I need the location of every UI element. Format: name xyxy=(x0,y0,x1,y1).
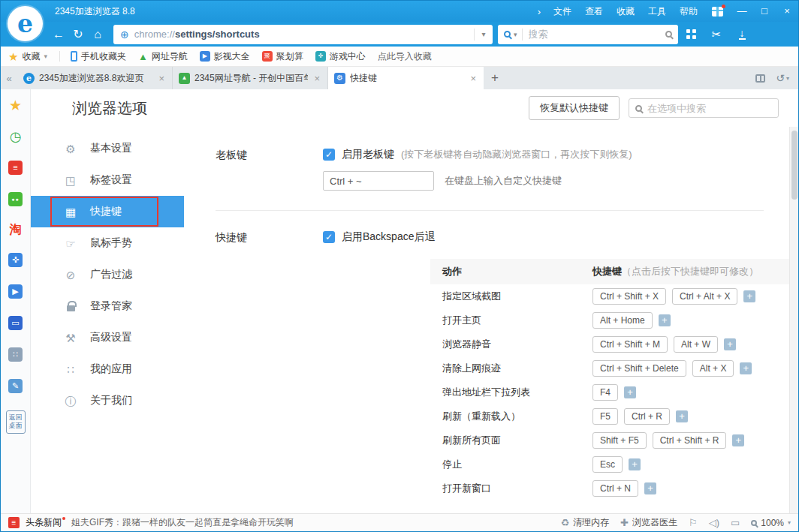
shortcut-key-chip[interactable]: Alt + X xyxy=(692,360,734,377)
boss-key-input[interactable] xyxy=(323,171,434,191)
download-button[interactable]: ↓ xyxy=(729,25,755,44)
calculator-icon[interactable]: ∷ xyxy=(8,347,23,362)
options-search-input[interactable] xyxy=(647,103,772,114)
bookmark-video-hub[interactable]: ▶ 影视大全 xyxy=(200,50,250,63)
shortcut-key-chip[interactable]: Esc xyxy=(592,456,623,473)
news-ticker[interactable]: 姐夫GIF秀：跟猪一样的队友一起简直是拿绳命开玩笑啊 xyxy=(71,516,294,529)
minimize-button[interactable]: — xyxy=(731,1,753,22)
home-button[interactable]: ⌂ xyxy=(88,25,107,44)
apps-grid-button[interactable] xyxy=(678,25,704,44)
reopen-closed-tab-button[interactable]: ↺ ▾ xyxy=(776,72,789,84)
clean-memory-button[interactable]: ♻ 清理内存 xyxy=(560,516,609,529)
computer-icon[interactable]: ▭ xyxy=(8,316,23,330)
zoom-control[interactable]: 100% ▾ xyxy=(751,518,791,528)
backspace-checkbox[interactable]: ✓ xyxy=(323,231,335,243)
menu-tools[interactable]: 工具 xyxy=(641,1,673,22)
screenshot-button[interactable]: ✂ xyxy=(704,25,729,44)
bookmark-site-nav[interactable]: ▲ 网址导航 xyxy=(138,50,188,63)
toutiao-news-icon[interactable]: ≡ xyxy=(8,517,20,528)
bookmark-juhuasuan[interactable]: 聚 聚划算 xyxy=(262,50,303,63)
search-engine-icon[interactable] xyxy=(504,31,511,38)
menu-item-my-apps[interactable]: ∷ 我的应用 xyxy=(31,353,184,385)
add-shortcut-button[interactable]: + xyxy=(724,338,736,350)
toolbar-searchbox[interactable]: ▾ xyxy=(498,25,678,44)
wechat-icon[interactable]: ●● xyxy=(8,192,23,206)
close-tab-icon[interactable]: × xyxy=(157,73,166,84)
menu-expand-icon[interactable]: › xyxy=(532,6,547,17)
search-engine-caret-icon[interactable]: ▾ xyxy=(514,31,517,38)
close-button[interactable]: × xyxy=(776,1,798,22)
tab-nav-site[interactable]: ▲ 2345网址导航 - 开创中国百年... × xyxy=(173,67,328,89)
menu-item-ad-filter[interactable]: ⊘ 广告过滤 xyxy=(31,259,184,290)
menu-view[interactable]: 查看 xyxy=(578,1,610,22)
gift-icon[interactable] xyxy=(712,7,723,17)
address-bar[interactable]: ⊕ chrome:// settings/shortcuts ▾ xyxy=(113,25,493,44)
shortcut-key-chip[interactable]: Ctrl + Shift + X xyxy=(592,288,666,305)
scrollbar[interactable] xyxy=(789,127,798,513)
back-button[interactable]: ← xyxy=(49,25,68,44)
browser-doctor-button[interactable]: ✚ 浏览器医生 xyxy=(620,516,677,529)
menu-item-shortcuts[interactable]: ▦ 快捷键 xyxy=(31,196,184,227)
bookmark-game-center[interactable]: ✜ 游戏中心 xyxy=(315,50,366,63)
refresh-button[interactable]: ↻ xyxy=(68,25,88,44)
add-shortcut-button[interactable]: + xyxy=(740,362,752,374)
boss-key-checkbox[interactable]: ✓ xyxy=(323,149,335,161)
flag-icon[interactable]: ⚐ xyxy=(689,518,698,527)
collapse-tabs-button[interactable]: « xyxy=(1,67,17,89)
menu-item-mouse-gestures[interactable]: ☞ 鼠标手势 xyxy=(31,227,184,259)
close-tab-icon[interactable]: × xyxy=(469,73,478,84)
speaker-icon[interactable]: ◁) xyxy=(709,518,719,527)
shortcut-key-chip[interactable]: Ctrl + Shift + M xyxy=(592,336,668,353)
taobao-icon[interactable]: 淘 xyxy=(10,224,22,236)
shortcut-key-chip[interactable]: Ctrl + R xyxy=(624,408,670,425)
tab-shortcuts[interactable]: ⚙ 快捷键 × xyxy=(328,67,484,89)
return-desktop-button[interactable]: 返回 桌面 xyxy=(6,410,26,434)
add-shortcut-button[interactable]: + xyxy=(743,290,755,302)
menu-item-login-manager[interactable]: 登录管家 xyxy=(31,290,184,322)
menu-item-basic-settings[interactable]: ⚙ 基本设置 xyxy=(31,133,184,164)
favorites-menu[interactable]: ★ 收藏 ▾ xyxy=(8,50,47,63)
bookmark-mobile-favorites[interactable]: 手机收藏夹 xyxy=(71,50,126,63)
menu-item-about[interactable]: ⓘ 关于我们 xyxy=(31,385,184,416)
shortcut-key-chip[interactable]: Ctrl + N xyxy=(592,480,638,497)
new-tab-button[interactable]: + xyxy=(484,67,506,89)
shortcut-key-chip[interactable]: F4 xyxy=(592,384,618,401)
menu-file[interactable]: 文件 xyxy=(547,1,578,22)
menu-item-advanced-settings[interactable]: ⚒ 高级设置 xyxy=(31,322,184,353)
video-player-icon[interactable]: ▶ xyxy=(8,284,23,299)
shortcut-key-chip[interactable]: Alt + W xyxy=(674,336,718,353)
shortcut-key-chip[interactable]: Ctrl + Shift + R xyxy=(653,432,727,449)
history-clock-icon[interactable]: ◷ xyxy=(10,130,22,143)
restore-default-shortcuts-button[interactable]: 恢复默认快捷键 xyxy=(529,96,620,120)
browser-logo[interactable]: e xyxy=(8,6,43,41)
search-input[interactable] xyxy=(523,29,665,40)
add-shortcut-button[interactable]: + xyxy=(676,410,688,422)
menu-help[interactable]: 帮助 xyxy=(673,1,704,22)
shortcut-key-chip[interactable]: Ctrl + Alt + X xyxy=(672,288,737,305)
close-tab-icon[interactable]: × xyxy=(312,73,321,84)
search-icon[interactable] xyxy=(665,31,672,38)
window-layout-icon[interactable] xyxy=(755,74,765,83)
shortcut-key-chip[interactable]: F5 xyxy=(592,408,618,425)
maximize-button[interactable]: □ xyxy=(753,1,776,22)
address-dropdown-icon[interactable]: ▾ xyxy=(475,30,493,38)
scrollbar-thumb[interactable] xyxy=(791,131,797,200)
add-shortcut-button[interactable]: + xyxy=(732,434,744,446)
favorites-star-icon[interactable]: ★ xyxy=(9,98,22,113)
news-icon[interactable]: ≡ xyxy=(8,161,23,175)
menu-item-tab-settings[interactable]: ◳ 标签设置 xyxy=(31,164,184,196)
options-searchbox[interactable] xyxy=(629,98,779,118)
add-shortcut-button[interactable]: + xyxy=(629,458,641,470)
game-center-icon[interactable]: ✜ xyxy=(8,253,23,267)
add-shortcut-button[interactable]: + xyxy=(624,386,636,398)
add-shortcut-button[interactable]: + xyxy=(644,482,656,494)
screenshot-monitor-icon[interactable]: ▭ xyxy=(731,518,740,527)
shortcut-key-chip[interactable]: Alt + Home xyxy=(592,312,653,329)
news-brand[interactable]: 头条新闻 xyxy=(26,516,65,529)
menu-favorites[interactable]: 收藏 xyxy=(610,1,641,22)
tab-welcome-page[interactable]: e 2345加速浏览器8.8欢迎页 × xyxy=(17,67,173,89)
skin-brush-icon[interactable]: ✎ xyxy=(8,379,23,393)
shortcut-key-chip[interactable]: Ctrl + Shift + Delete xyxy=(592,360,686,377)
shortcut-key-chip[interactable]: Shift + F5 xyxy=(592,432,647,449)
add-shortcut-button[interactable]: + xyxy=(659,314,671,326)
